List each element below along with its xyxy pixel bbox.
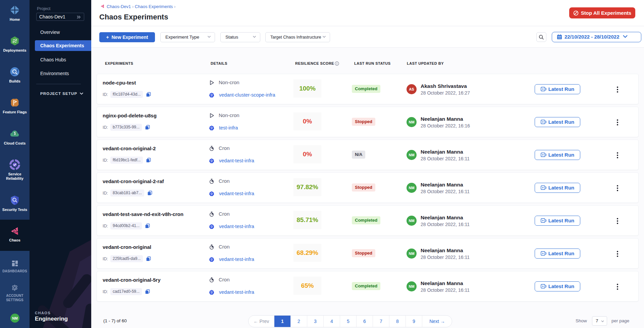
svg-text:NM: NM (12, 316, 18, 320)
svg-text:$: $ (14, 131, 16, 136)
